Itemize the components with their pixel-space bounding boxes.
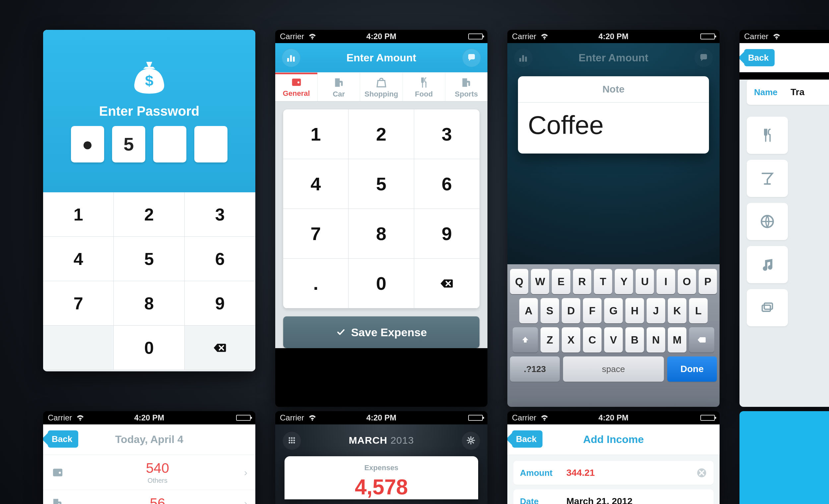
key-9[interactable]: 9 xyxy=(185,281,255,326)
status-bar: Carrier 4:20 PM xyxy=(43,411,255,424)
chat-icon xyxy=(467,53,476,62)
key-o[interactable]: O xyxy=(678,269,696,294)
tab-car[interactable]: Car xyxy=(318,73,360,101)
grid-button[interactable] xyxy=(283,431,301,449)
key-9[interactable]: 9 xyxy=(414,209,479,259)
password-digit-2[interactable]: 5 xyxy=(112,126,145,163)
key-k[interactable]: K xyxy=(668,298,686,323)
key-s[interactable]: S xyxy=(541,298,559,323)
key-1[interactable]: 1 xyxy=(283,109,349,159)
key-backspace[interactable] xyxy=(689,327,714,353)
password-digit-4[interactable] xyxy=(194,126,227,163)
settings-button[interactable] xyxy=(462,431,480,449)
list-row[interactable]: 56 › xyxy=(43,490,255,504)
key-d[interactable]: D xyxy=(562,298,580,323)
key-w[interactable]: W xyxy=(531,269,549,294)
key-0[interactable]: 0 xyxy=(114,326,184,370)
chat-icon xyxy=(699,53,709,62)
tab-shopping[interactable]: Shopping xyxy=(360,73,403,101)
key-3[interactable]: 3 xyxy=(185,192,255,237)
note-input[interactable]: Coffee xyxy=(518,103,709,153)
key-i[interactable]: I xyxy=(656,269,675,294)
date-row[interactable]: Date March 21, 2012 xyxy=(513,490,714,504)
note-button[interactable] xyxy=(694,48,713,67)
key-j[interactable]: J xyxy=(647,298,665,323)
key-y[interactable]: Y xyxy=(615,269,633,294)
icon-option-food[interactable] xyxy=(747,117,788,154)
key-0[interactable]: 0 xyxy=(349,259,414,309)
key-6[interactable]: 6 xyxy=(185,237,255,281)
cutlery-icon xyxy=(403,77,445,88)
key-dot[interactable]: . xyxy=(283,259,349,309)
tab-sports[interactable]: Sports xyxy=(445,73,488,101)
tab-food[interactable]: Food xyxy=(403,73,445,101)
icon-option-cards[interactable] xyxy=(747,289,788,326)
key-2[interactable]: 2 xyxy=(114,192,184,237)
stats-button[interactable] xyxy=(282,48,300,67)
key-8[interactable]: 8 xyxy=(114,281,184,326)
key-u[interactable]: U xyxy=(636,269,654,294)
key-6[interactable]: 6 xyxy=(414,159,479,209)
back-button[interactable]: Back xyxy=(744,49,774,66)
key-g[interactable]: G xyxy=(604,298,623,323)
stats-button[interactable] xyxy=(514,48,533,67)
amount-body: General Car Shopping Food Sports 1 2 3 xyxy=(275,72,488,348)
key-done[interactable]: Done xyxy=(667,356,717,382)
key-c[interactable]: C xyxy=(583,327,602,353)
key-8[interactable]: 8 xyxy=(349,209,414,259)
key-backspace[interactable] xyxy=(414,259,479,309)
amount-keypad: 1 2 3 4 5 6 7 8 9 . 0 xyxy=(283,109,479,309)
key-shift[interactable] xyxy=(513,327,538,353)
key-z[interactable]: Z xyxy=(541,327,559,353)
password-digit-1[interactable]: ● xyxy=(71,126,104,163)
list-row[interactable]: 540 Others › xyxy=(43,455,255,490)
status-carrier: Carrier xyxy=(744,32,768,41)
key-backspace[interactable] xyxy=(185,326,255,370)
password-digit-3[interactable] xyxy=(153,126,186,163)
key-f[interactable]: F xyxy=(583,298,602,323)
icon-option-basketball[interactable] xyxy=(747,203,788,240)
key-4[interactable]: 4 xyxy=(43,237,114,281)
key-n[interactable]: N xyxy=(647,327,665,353)
key-space[interactable]: space xyxy=(563,356,664,382)
key-5[interactable]: 5 xyxy=(114,237,184,281)
expenses-card[interactable]: Expenses 4,578 xyxy=(285,456,478,499)
clear-button[interactable] xyxy=(696,468,707,478)
key-3[interactable]: 3 xyxy=(414,109,479,159)
backspace-icon xyxy=(439,277,455,290)
key-2[interactable]: 2 xyxy=(349,109,414,159)
bag-icon xyxy=(360,77,402,88)
amount-row[interactable]: Amount 344.21 xyxy=(513,461,714,485)
key-a[interactable]: A xyxy=(519,298,538,323)
back-button[interactable]: Back xyxy=(512,430,542,447)
key-h[interactable]: H xyxy=(625,298,644,323)
icon-option-music[interactable] xyxy=(747,246,788,283)
back-button[interactable]: Back xyxy=(48,430,78,447)
save-expense-button[interactable]: Save Expense xyxy=(283,316,479,348)
key-b[interactable]: B xyxy=(625,327,644,353)
wallet-icon xyxy=(51,467,71,478)
chevron-right-icon: › xyxy=(244,467,247,478)
key-7[interactable]: 7 xyxy=(43,281,114,326)
today-header: Back Today, April 4 xyxy=(43,424,255,455)
key-1[interactable]: 1 xyxy=(43,192,114,237)
key-t[interactable]: T xyxy=(594,269,612,294)
key-q[interactable]: Q xyxy=(510,269,528,294)
key-l[interactable]: L xyxy=(689,298,708,323)
key-r[interactable]: R xyxy=(573,269,591,294)
key-7[interactable]: 7 xyxy=(283,209,349,259)
key-numbers[interactable]: .?123 xyxy=(510,356,560,382)
key-4[interactable]: 4 xyxy=(283,159,349,209)
key-5[interactable]: 5 xyxy=(349,159,414,209)
status-bar: Carrier 4:20 PM xyxy=(507,411,720,424)
key-p[interactable]: P xyxy=(699,269,717,294)
tab-general[interactable]: General xyxy=(275,73,318,101)
note-button[interactable] xyxy=(462,48,481,67)
name-field-row[interactable]: Name Tra xyxy=(747,80,829,105)
key-v[interactable]: V xyxy=(604,327,623,353)
key-m[interactable]: M xyxy=(668,327,686,353)
key-e[interactable]: E xyxy=(552,269,570,294)
key-x[interactable]: X xyxy=(562,327,580,353)
ghost-title: Enter Amount xyxy=(579,52,648,64)
icon-option-cocktail[interactable] xyxy=(747,160,788,197)
